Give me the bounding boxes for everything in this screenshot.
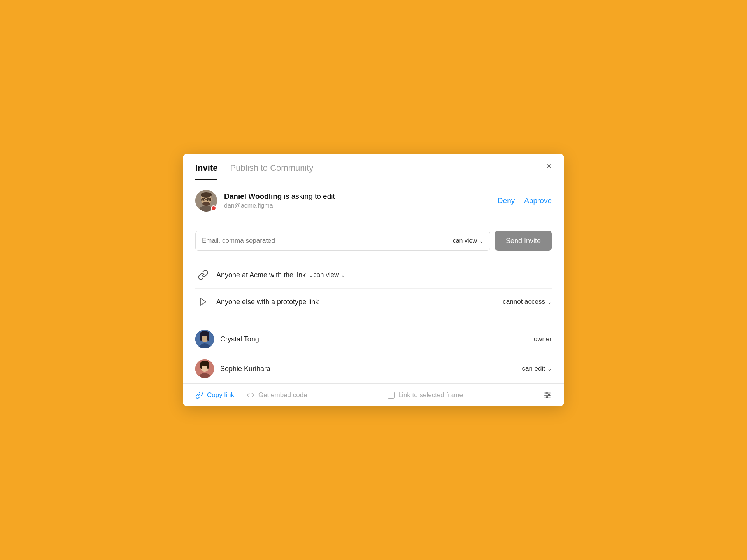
- invite-permission-label: can view: [453, 237, 477, 244]
- prototype-permission-label: cannot access: [503, 298, 545, 306]
- invite-modal: Invite Publish to Community ×: [183, 154, 564, 406]
- svg-point-25: [546, 392, 547, 394]
- acme-permission-select[interactable]: can view ⌄: [313, 271, 345, 279]
- invite-section: can view ⌄ Send Invite Anyone at Acme wi…: [183, 221, 564, 324]
- request-actions: Deny Approve: [498, 196, 552, 205]
- crystal-name: Crystal Tong: [220, 335, 534, 343]
- svg-rect-16: [207, 334, 209, 341]
- svg-rect-21: [200, 362, 202, 369]
- requester-email: dan@acme.figma: [224, 202, 498, 209]
- close-button[interactable]: ×: [546, 161, 552, 171]
- daniel-avatar-wrap: [195, 190, 217, 212]
- invite-permission-dropdown[interactable]: can view ⌄: [448, 237, 484, 244]
- tab-publish[interactable]: Publish to Community: [230, 163, 313, 180]
- settings-button[interactable]: [543, 391, 552, 399]
- sophie-avatar: [195, 359, 214, 378]
- prototype-permission-chevron: ⌄: [547, 299, 552, 305]
- link-row-acme: Anyone at Acme with the link ⌄ can view …: [195, 262, 552, 289]
- requester-name: Daniel Woodling: [224, 192, 282, 200]
- online-indicator: [211, 205, 216, 211]
- sophie-role: can edit: [522, 365, 545, 373]
- acme-link-label-wrap[interactable]: Anyone at Acme with the link ⌄: [216, 271, 313, 279]
- embed-code-icon: [247, 391, 254, 399]
- play-icon: [195, 294, 211, 310]
- embed-code-label: Get embed code: [258, 391, 307, 399]
- svg-point-9: [202, 202, 210, 206]
- modal-footer: Copy link Get embed code Link to selecte…: [183, 383, 564, 406]
- frame-link-row[interactable]: Link to selected frame: [388, 391, 463, 399]
- tab-invite[interactable]: Invite: [195, 163, 217, 180]
- copy-link-icon: [195, 391, 203, 399]
- request-text: Daniel Woodling is asking to edit dan@ac…: [224, 192, 498, 209]
- modal-header: Invite Publish to Community ×: [183, 154, 564, 180]
- prototype-link-label: Anyone else with a prototype link: [216, 298, 503, 306]
- svg-marker-10: [200, 298, 206, 305]
- copy-link-label: Copy link: [207, 391, 234, 399]
- send-invite-button[interactable]: Send Invite: [495, 231, 552, 251]
- prototype-permission-select[interactable]: cannot access ⌄: [503, 298, 552, 306]
- person-row-crystal: Crystal Tong owner: [195, 324, 552, 354]
- sophie-name: Sophie Kurihara: [220, 365, 522, 373]
- link-icon: [195, 267, 211, 283]
- deny-button[interactable]: Deny: [498, 196, 515, 205]
- frame-link-checkbox[interactable]: [388, 392, 395, 399]
- svg-point-8: [208, 199, 210, 201]
- svg-point-7: [202, 199, 204, 201]
- email-input[interactable]: [202, 237, 448, 245]
- crystal-role: owner: [534, 335, 552, 343]
- edit-request-section: Daniel Woodling is asking to edit dan@ac…: [183, 180, 564, 221]
- person-row-sophie: Sophie Kurihara can edit ⌄: [195, 354, 552, 383]
- svg-point-31: [546, 397, 548, 398]
- crystal-avatar: [195, 330, 214, 348]
- copy-link-button[interactable]: Copy link: [195, 391, 234, 399]
- embed-code-button[interactable]: Get embed code: [247, 391, 307, 399]
- frame-link-label: Link to selected frame: [398, 391, 463, 399]
- approve-button[interactable]: Approve: [524, 196, 552, 205]
- acme-link-chevron: ⌄: [309, 272, 313, 278]
- request-action-text: is asking to edit: [282, 192, 335, 200]
- svg-rect-15: [200, 334, 202, 341]
- invite-permission-chevron: ⌄: [479, 238, 484, 244]
- people-section: Crystal Tong owner Sophie Kurihara: [183, 324, 564, 383]
- crystal-avatar-image: [195, 330, 214, 348]
- svg-point-3: [201, 192, 212, 198]
- sophie-permission-select[interactable]: can edit ⌄: [522, 365, 552, 373]
- acme-permission-chevron: ⌄: [341, 272, 345, 278]
- invite-row: can view ⌄ Send Invite: [195, 231, 552, 251]
- svg-rect-22: [207, 362, 209, 369]
- request-name-line: Daniel Woodling is asking to edit: [224, 192, 498, 201]
- acme-link-label: Anyone at Acme with the link: [216, 271, 306, 279]
- svg-point-28: [548, 394, 550, 396]
- acme-permission-label: can view: [313, 271, 339, 279]
- email-input-wrap[interactable]: can view ⌄: [195, 231, 490, 251]
- sophie-avatar-image: [195, 359, 214, 378]
- link-row-prototype: Anyone else with a prototype link cannot…: [195, 289, 552, 315]
- sophie-role-chevron: ⌄: [547, 366, 552, 372]
